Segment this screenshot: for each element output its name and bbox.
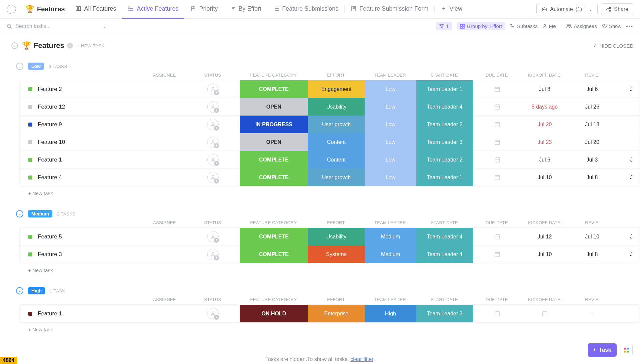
assignees-filter[interactable]: Assignees [566, 23, 597, 29]
team-leader-cell[interactable]: Team Leader 1 [416, 169, 473, 186]
kickoff-date[interactable]: Jul 6 [568, 86, 616, 92]
add-assignee-icon[interactable] [207, 101, 219, 113]
kickoff-date[interactable]: Jul 20 [568, 139, 616, 145]
start-date-picker[interactable] [473, 174, 521, 181]
category-cell[interactable]: Content [308, 151, 365, 169]
task-name-cell[interactable]: Feature 5 [20, 233, 186, 240]
status-cell[interactable]: COMPLETE [240, 80, 308, 98]
add-assignee-icon[interactable] [207, 249, 219, 260]
kickoff-date[interactable]: Jul 8 [568, 175, 616, 181]
status-cell[interactable]: COMPLETE [240, 169, 308, 186]
kickoff-date[interactable]: Jul 8 [568, 251, 616, 257]
kickoff-date[interactable]: Jul 26 [568, 104, 616, 110]
me-filter[interactable]: Me [542, 23, 556, 29]
task-name-cell[interactable]: Feature 1 [20, 157, 186, 163]
effort-cell[interactable]: Low [365, 133, 416, 151]
task-name-cell[interactable]: Feature 2 [20, 86, 186, 93]
review-cell[interactable]: J [616, 157, 640, 163]
status-cell[interactable]: COMPLETE [240, 151, 308, 169]
task-row[interactable]: Feature 3 COMPLETE Systems Medium Team L… [20, 245, 640, 263]
task-row[interactable]: Feature 1 ON HOLD Enterprise High Team L… [20, 305, 640, 322]
status-cell[interactable]: COMPLETE [240, 228, 308, 245]
category-cell[interactable]: Usability [308, 228, 365, 245]
task-row[interactable]: Feature 12 OPEN Usability Low Team Leade… [20, 98, 640, 116]
new-task-row[interactable]: + New task [16, 263, 640, 277]
status-cell[interactable]: IN PROGRESS [240, 116, 308, 133]
task-name-cell[interactable]: Feature 3 [20, 251, 186, 258]
tab-all-features[interactable]: All Features [69, 0, 122, 19]
add-assignee-icon[interactable] [207, 231, 219, 242]
assignee-cell[interactable] [186, 231, 240, 242]
new-task-row[interactable]: + New task [16, 323, 640, 336]
tab-active-features[interactable]: Active Features [122, 0, 184, 19]
review-cell[interactable]: J [616, 86, 640, 92]
task-name-cell[interactable]: Feature 12 [20, 104, 186, 110]
task-name-cell[interactable]: Feature 4 [20, 174, 186, 181]
add-assignee-icon[interactable] [207, 119, 219, 130]
new-task-header-button[interactable]: + NEW TASK [77, 43, 105, 48]
show-toggle[interactable]: Show [602, 23, 622, 29]
group-by-pill[interactable]: Group by: Effort [457, 22, 505, 30]
group-badge[interactable]: Medium [28, 210, 52, 217]
effort-cell[interactable]: Low [365, 151, 416, 169]
group-badge[interactable]: High [28, 287, 45, 294]
tab-priority[interactable]: Priority [184, 0, 224, 19]
subtasks-toggle[interactable]: Subtasks [510, 23, 538, 29]
category-cell[interactable]: Systems [308, 245, 365, 263]
share-button[interactable]: Share [601, 3, 633, 15]
effort-cell[interactable]: Medium [365, 228, 416, 245]
assignee-cell[interactable] [186, 119, 240, 130]
tab-feature-submissions[interactable]: Feature Submissions [267, 0, 344, 19]
tab-feature-submission-form[interactable]: Feature Submission Form [345, 0, 434, 19]
group-collapse-toggle[interactable]: ⌄ [16, 210, 23, 217]
group-collapse-toggle[interactable]: ⌄ [16, 63, 23, 70]
due-date[interactable]: Jul 23 [521, 139, 568, 145]
new-task-row[interactable]: + New task [16, 186, 640, 200]
assignee-cell[interactable] [186, 154, 240, 166]
task-name-cell[interactable]: Feature 9 [20, 121, 186, 128]
category-cell[interactable]: Usability [308, 98, 365, 116]
category-cell[interactable]: User growth [308, 169, 365, 186]
assignee-cell[interactable] [186, 137, 240, 148]
start-date-picker[interactable] [473, 121, 521, 128]
add-assignee-icon[interactable] [207, 137, 219, 148]
kickoff-date[interactable]: Jul 10 [568, 234, 616, 240]
status-cell[interactable]: ON HOLD [240, 305, 308, 322]
info-icon[interactable]: i [67, 43, 73, 49]
tab-by-effort[interactable]: By Effort [224, 0, 268, 19]
effort-cell[interactable]: High [365, 305, 416, 322]
assignee-cell[interactable] [186, 84, 240, 95]
start-date-picker[interactable] [473, 157, 521, 163]
team-leader-cell[interactable]: Team Leader 1 [416, 80, 473, 98]
team-leader-cell[interactable]: Team Leader 2 [416, 116, 473, 133]
due-date[interactable]: Jul 12 [521, 234, 568, 240]
add-assignee-icon[interactable] [207, 172, 219, 183]
add-assignee-icon[interactable] [207, 154, 219, 166]
effort-cell[interactable]: Low [365, 80, 416, 98]
more-menu[interactable]: ••• [626, 23, 633, 29]
start-date-picker[interactable] [473, 104, 521, 110]
due-date[interactable]: Jul 20 [521, 122, 568, 128]
group-badge[interactable]: Low [28, 63, 44, 70]
kickoff-date[interactable]: - [568, 311, 616, 317]
search-input[interactable] [15, 23, 62, 29]
effort-cell[interactable]: Medium [365, 245, 416, 263]
hide-closed-toggle[interactable]: ✓ HIDE CLOSED [593, 43, 633, 49]
category-cell[interactable]: Enterprise [308, 305, 365, 322]
assignee-cell[interactable] [186, 249, 240, 260]
start-date-picker[interactable] [473, 251, 521, 258]
task-row[interactable]: Feature 9 IN PROGRESS User growth Low Te… [20, 116, 640, 133]
kickoff-date[interactable]: Jul 3 [568, 157, 616, 163]
fab-new-task[interactable]: + Task [588, 343, 617, 357]
due-date[interactable]: Jul 10 [521, 175, 568, 181]
chevron-down-icon[interactable]: ⌄ [102, 23, 107, 29]
due-date[interactable]: Jul 6 [521, 157, 568, 163]
assignee-cell[interactable] [186, 308, 240, 319]
team-leader-cell[interactable]: Team Leader 4 [416, 98, 473, 116]
assignee-cell[interactable] [186, 172, 240, 183]
kickoff-date[interactable]: Jul 18 [568, 122, 616, 128]
effort-cell[interactable]: Low [365, 98, 416, 116]
category-cell[interactable]: Content [308, 133, 365, 151]
category-cell[interactable]: Engagement [308, 80, 365, 98]
filter-count-pill[interactable]: 1 [436, 22, 452, 30]
